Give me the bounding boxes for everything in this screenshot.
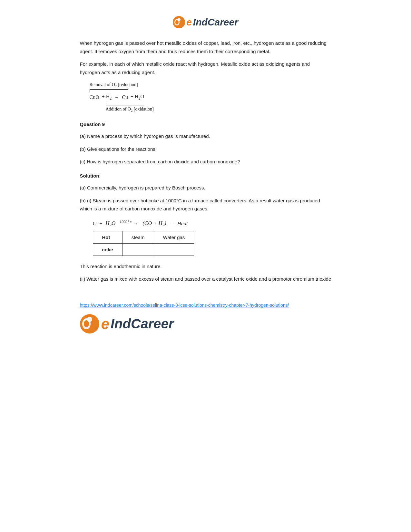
- table-cell-coke: coke: [93, 243, 122, 256]
- arrow: →: [114, 94, 119, 100]
- svg-point-3: [177, 18, 181, 21]
- table-cell-empty1: [122, 243, 154, 256]
- formula-diagram: Removal of O2 [reduction] CuO + H2 → Cu …: [90, 82, 331, 112]
- table-row-1: Hot steam Water gas: [93, 231, 194, 243]
- solution-a: (a) Commercially, hydrogen is prepared b…: [80, 184, 331, 192]
- solution-section: Solution: (a) Commercially, hydrogen is …: [80, 172, 331, 213]
- question9-section: Question 9 (a) Name a process by which h…: [80, 120, 331, 166]
- footer-logo-text: IndCareer: [111, 316, 174, 332]
- cuo-reaction: CuO + H2 → Cu + H2O: [90, 94, 331, 101]
- carbon: C: [93, 220, 96, 226]
- footer-logo-icon: [80, 314, 99, 334]
- intro-section: When hydrogen gas is passed over hot met…: [80, 39, 331, 76]
- intro-paragraph-1: When hydrogen gas is passed over hot met…: [80, 39, 331, 55]
- h2o: H2O: [105, 220, 115, 226]
- cuo: CuO: [90, 94, 99, 100]
- footer-url[interactable]: https://www.indcareer.com/schools/selina…: [80, 303, 289, 308]
- plus-h2: + H2: [102, 94, 112, 101]
- table-cell-steam: steam: [122, 231, 154, 243]
- solution-title: Solution:: [80, 172, 331, 180]
- header-logo: eIndCareer: [173, 16, 238, 28]
- header: eIndCareer: [80, 10, 331, 39]
- footer-link[interactable]: https://www.indcareer.com/schools/selina…: [80, 303, 331, 308]
- table-row-2: coke: [93, 243, 194, 256]
- endothermic-section: This reaction is endothermic in nature. …: [80, 262, 331, 283]
- table-cell-empty2: [154, 243, 194, 256]
- footer: https://www.indcareer.com/schools/selina…: [80, 303, 331, 334]
- footer-logo: eIndCareer: [80, 314, 174, 334]
- question9-b: (b) Give equations for the reactions.: [80, 145, 331, 153]
- footer-logo-e: e: [101, 315, 110, 333]
- question9-c: (c) How is hydrogen separated from carbo…: [80, 158, 331, 166]
- bracket-bottom-row: [106, 102, 331, 105]
- reaction-table: Hot steam Water gas coke: [93, 231, 194, 256]
- solution-b2: (ii) Water gas is mixed with excess of s…: [80, 275, 331, 283]
- forward-arrow: →: [133, 220, 138, 226]
- endothermic-text: This reaction is endothermic in nature.: [80, 262, 331, 271]
- table-cell-hot: Hot: [93, 231, 122, 243]
- solution-b1: (b) (i) Steam is passed over hot coke at…: [80, 197, 331, 213]
- plus-h2o: + H2O: [131, 94, 144, 101]
- page-container: eIndCareer When hydrogen gas is passed o…: [61, 0, 351, 354]
- addition-label: Addition of O2 [oxidation]: [106, 107, 331, 112]
- question9-title: Question 9: [80, 120, 331, 129]
- table-cell-watergas: Water gas: [154, 231, 194, 243]
- svg-point-7: [87, 317, 92, 322]
- removal-label: Removal of O2 [reduction]: [90, 82, 331, 88]
- logo-e: e: [186, 17, 192, 28]
- question9-a: (a) Name a process by which hydrogen gas…: [80, 132, 331, 140]
- logo-text: IndCareer: [193, 17, 238, 28]
- co-h2: (CO + H2): [142, 220, 166, 226]
- intro-paragraph-2: For example, in each of which metallic o…: [80, 60, 331, 76]
- logo-icon: [173, 16, 185, 28]
- cu: Cu: [122, 94, 128, 100]
- heat: Heat: [177, 220, 188, 226]
- bracket-top-row: [90, 89, 331, 92]
- reaction-equation: C + H2O 1000° c → (CO + H2) – Heat: [93, 219, 331, 228]
